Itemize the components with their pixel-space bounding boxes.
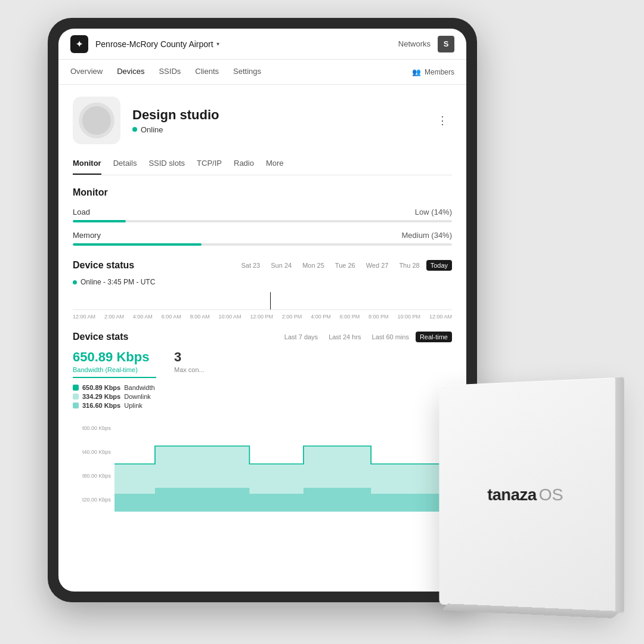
bandwidth-label: Bandwidth (Real-time) [73,366,156,373]
tab-monitor[interactable]: Monitor [73,159,101,175]
timeline-cursor [270,292,271,309]
tl-8: 4:00 PM [311,314,331,320]
nav-ssids[interactable]: SSIDs [159,67,181,77]
y-label-1: t40.00 Kbps [73,449,114,455]
tl-7: 2:00 PM [282,314,302,320]
legend-bandwidth-value: 650.89 Kbps [82,384,120,391]
tab-details[interactable]: Details [113,159,137,175]
device-info: Design studio Online [132,107,219,134]
nav-clients[interactable]: Clients [195,67,219,77]
bandwidth-chart: t00.00 Kbps t40.00 Kbps t80.00 Kbps t20.… [73,416,452,512]
device-status-indicator: Online [132,125,219,134]
tl-4: 8:00 AM [190,314,210,320]
device-name: Design studio [132,107,219,123]
stats-row: 650.89 Kbps Bandwidth (Real-time) 3 Max … [73,349,452,378]
nav-devices[interactable]: Devices [117,67,144,77]
more-options-button[interactable]: ⋮ [433,111,452,130]
date-tue26[interactable]: Tue 26 [331,260,360,271]
pill-60mins[interactable]: Last 60 mins [368,332,413,342]
device-image [73,97,120,144]
memory-metric-header: Memory Medium (34%) [73,231,452,240]
date-sat23[interactable]: Sat 23 [237,260,264,271]
tl-10: 8:00 PM [369,314,389,320]
tanaza-os-text: OS [539,485,564,504]
scene: ✦ Penrose-McRory County Airport Networks… [0,0,644,644]
device-header: Design studio Online ⋮ [73,97,452,144]
load-metric-header: Load Low (14%) [73,208,452,216]
time-pills: Last 7 days Last 24 hrs Last 60 mins Rea… [280,332,452,342]
legend-downlink-label: Downlink [124,393,151,400]
bandwidth-line [73,377,156,378]
tab-ssid-slots[interactable]: SSID slots [148,159,185,175]
tablet-screen: ✦ Penrose-McRory County Airport Networks… [58,29,466,592]
date-today[interactable]: Today [426,260,452,271]
legend-uplink-label: Uplink [124,402,143,409]
tl-12: 12:00 AM [429,314,452,320]
tab-radio[interactable]: Radio [234,159,254,175]
tl-11: 10:00 PM [397,314,420,320]
tanaza-logo-text: tanaza [487,485,536,504]
legend-uplink: 316.60 Kbps Uplink [73,402,452,409]
online-text: Online - 3:45 PM - UTC [80,278,155,286]
online-dot [132,127,137,132]
pill-24hrs[interactable]: Last 24 hrs [324,332,365,342]
main-content: Design studio Online ⋮ Monitor Details S… [58,85,466,592]
load-metric: Load Low (14%) [73,208,452,222]
load-label: Load [73,208,90,216]
nav-overview[interactable]: Overview [70,67,103,77]
device-status-section-header: Device status Sat 23 Sun 24 Mon 25 Tue 2… [73,260,452,271]
org-name[interactable]: Penrose-McRory County Airport [95,39,219,49]
pill-realtime[interactable]: Real-time [416,332,452,342]
timeline [73,292,452,310]
online-indicator: Online - 3:45 PM - UTC [73,278,452,286]
tab-tcpip[interactable]: TCP/IP [197,159,222,175]
date-mon25[interactable]: Mon 25 [298,260,329,271]
memory-label: Memory [73,231,101,240]
online-status-dot [73,280,77,284]
date-thu28[interactable]: Thu 28 [395,260,423,271]
load-value: Low (14%) [415,208,452,216]
legend-downlink-value: 334.29 Kbps [82,393,120,400]
memory-progress-fill [73,243,202,246]
top-bar-right: Networks S [398,36,454,52]
connections-value: 3 [174,349,205,365]
tabs-bar: Monitor Details SSID slots TCP/IP Radio … [73,159,452,175]
device-stats-title: Device stats [73,332,128,342]
tab-more[interactable]: More [266,159,284,175]
nav-settings[interactable]: Settings [233,67,261,77]
box-bottom [441,603,620,618]
user-avatar[interactable]: S [438,36,454,52]
pill-7days[interactable]: Last 7 days [280,332,322,342]
chart-legend: 650.89 Kbps Bandwidth 334.29 Kbps Downli… [73,384,452,409]
date-sun24[interactable]: Sun 24 [267,260,296,271]
tl-3: 6:00 AM [162,314,181,320]
bandwidth-value: 650.89 Kbps [73,349,156,365]
tl-2: 4:00 AM [133,314,153,320]
box-spine [615,377,624,612]
tl-9: 6:00 PM [340,314,360,320]
timeline-labels: 12:00 AM 2:00 AM 4:00 AM 6:00 AM 8:00 AM… [73,314,452,320]
app-logo: ✦ [70,35,88,53]
legend-color-uplink [73,402,79,408]
y-label-0: t00.00 Kbps [73,425,114,431]
load-progress-fill [73,220,126,222]
legend-uplink-value: 316.60 Kbps [82,402,120,409]
monitor-section-title: Monitor [73,187,452,198]
connections-label: Max con... [174,366,205,373]
device-thumbnail [79,103,114,138]
y-label-2: t80.00 Kbps [73,473,114,479]
legend-color-bandwidth [73,385,79,391]
tablet: ✦ Penrose-McRory County Airport Networks… [48,18,477,602]
legend-bandwidth-label: Bandwidth [124,384,154,391]
device-status-label: Online [141,125,163,134]
load-progress-bar [73,220,452,222]
legend-downlink: 334.29 Kbps Downlink [73,393,452,400]
date-wed27[interactable]: Wed 27 [362,260,393,271]
legend-color-downlink [73,394,79,400]
device-status-title: Device status [73,260,134,271]
chart-svg-area [114,416,452,512]
legend-bandwidth: 650.89 Kbps Bandwidth [73,384,452,391]
networks-link[interactable]: Networks [398,39,431,48]
members-button[interactable]: 👥 Members [412,68,454,76]
chart-y-labels: t00.00 Kbps t40.00 Kbps t80.00 Kbps t20.… [73,416,114,512]
